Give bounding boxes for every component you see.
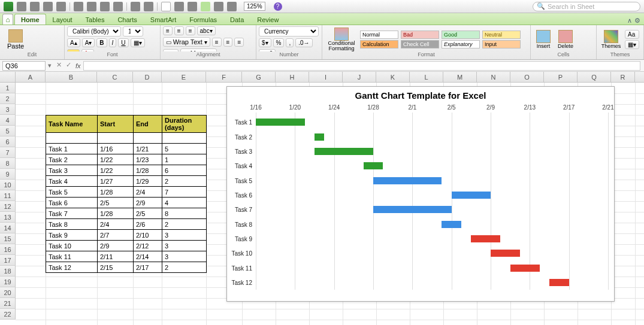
row-header-4[interactable]: 4 — [0, 115, 16, 126]
cell-style-bad[interactable]: Bad — [401, 31, 439, 39]
cut-icon[interactable] — [74, 2, 83, 11]
table-row[interactable]: Task 11/161/215 — [46, 144, 207, 154]
row-header-3[interactable]: 3 — [0, 104, 16, 115]
row-header-14[interactable]: 14 — [0, 223, 16, 233]
workbook-icon[interactable] — [17, 2, 26, 11]
align-left-button[interactable]: ≡ — [212, 38, 222, 47]
table-cell[interactable]: 1/28 — [134, 165, 162, 176]
table-cell[interactable]: 1/22 — [98, 165, 134, 176]
row-header-17[interactable]: 17 — [0, 255, 16, 266]
currency-button[interactable]: $▾ — [259, 38, 271, 47]
paste-button[interactable]: Paste — [2, 26, 29, 51]
cancel-formula-icon[interactable]: ✕ — [54, 61, 64, 71]
table-cell[interactable]: 2/5 — [98, 198, 134, 208]
table-cell[interactable]: Task 7 — [46, 208, 98, 219]
column-headers[interactable]: ABCDEFGHIJKLMNOPQR — [0, 72, 644, 83]
table-row[interactable]: Task 102/92/123 — [46, 241, 207, 251]
table-row[interactable]: Task 41/271/292 — [46, 176, 207, 187]
table-row[interactable]: Task 31/221/286 — [46, 165, 207, 176]
number-format-select[interactable]: Currency — [259, 26, 319, 37]
col-header-A[interactable]: A — [16, 72, 46, 82]
autosum-icon[interactable] — [161, 2, 171, 11]
table-cell[interactable]: 2/9 — [134, 198, 162, 208]
tab-data[interactable]: Data — [223, 14, 250, 25]
row-header-16[interactable]: 16 — [0, 244, 16, 255]
table-row[interactable]: Task 21/221/231 — [46, 154, 207, 165]
row-header-18[interactable]: 18 — [0, 266, 16, 277]
table-cell[interactable]: 1/27 — [98, 176, 134, 187]
font-size-select[interactable]: 12 — [123, 26, 143, 37]
gantt-bar[interactable] — [373, 206, 452, 213]
insert-cells-button[interactable]: Insert — [533, 26, 554, 51]
tab-smartart[interactable]: SmartArt — [144, 14, 183, 25]
table-cell[interactable]: Task 12 — [46, 262, 98, 273]
table-cell[interactable]: Task 1 — [46, 144, 98, 154]
row-header-19[interactable]: 19 — [0, 277, 16, 287]
table-cell[interactable]: 1/29 — [134, 176, 162, 187]
table-cell[interactable]: Task 5 — [46, 187, 98, 198]
cell-style-check-cell[interactable]: Check Cell — [401, 40, 439, 48]
home-icon-tab[interactable] — [2, 14, 13, 25]
gantt-bar[interactable] — [491, 250, 520, 257]
table-cell[interactable]: Task 6 — [46, 198, 98, 208]
row-header-11[interactable]: 11 — [0, 190, 16, 201]
col-header-K[interactable]: K — [376, 72, 410, 82]
table-cell[interactable]: 2/14 — [134, 251, 162, 262]
col-header-I[interactable]: I — [309, 72, 343, 82]
row-header-21[interactable]: 21 — [0, 298, 16, 309]
table-row[interactable]: Task 112/112/143 — [46, 251, 207, 262]
name-box-dropdown-icon[interactable]: ▾ — [48, 62, 52, 69]
gantt-bar[interactable] — [442, 221, 461, 228]
theme-colors-button[interactable]: ▦▾ — [625, 40, 639, 49]
row-header-12[interactable]: 12 — [0, 201, 16, 212]
task-table[interactable]: Task NameStartEndDuration (days)Task 11/… — [46, 115, 207, 273]
name-box[interactable] — [2, 61, 46, 71]
gantt-bar[interactable] — [373, 177, 442, 184]
table-cell[interactable]: 8 — [162, 208, 207, 219]
bold-button[interactable]: B — [96, 38, 107, 47]
table-cell[interactable]: 2/6 — [134, 219, 162, 230]
formula-input[interactable] — [83, 61, 640, 71]
table-cell[interactable]: 6 — [162, 165, 207, 176]
table-cell[interactable]: 2/11 — [98, 251, 134, 262]
gallery-icon[interactable] — [214, 2, 223, 11]
worksheet[interactable]: ABCDEFGHIJKLMNOPQR 123456789101112131415… — [0, 72, 644, 325]
table-cell[interactable]: 2/12 — [134, 241, 162, 251]
border-button[interactable]: ▦▾ — [131, 38, 145, 47]
col-header-E[interactable]: E — [162, 72, 206, 82]
col-header-B[interactable]: B — [46, 72, 97, 82]
table-cell[interactable]: 1/28 — [98, 208, 134, 219]
toolbox-icon[interactable] — [227, 2, 237, 11]
table-cell[interactable]: 1/16 — [98, 144, 134, 154]
col-header-J[interactable]: J — [343, 72, 376, 82]
gantt-bar[interactable] — [364, 162, 383, 169]
italic-button[interactable]: I — [109, 38, 117, 47]
table-cell[interactable]: 2/9 — [98, 241, 134, 251]
row-header-13[interactable]: 13 — [0, 212, 16, 223]
paste-icon[interactable] — [100, 2, 110, 11]
conditional-formatting-button[interactable]: Conditional Formatting — [325, 26, 358, 51]
row-header-5[interactable]: 5 — [0, 126, 16, 136]
table-cell[interactable]: 2/15 — [98, 262, 134, 273]
ribbon-options-icon[interactable]: ⚙ — [634, 17, 640, 25]
col-header-G[interactable]: G — [242, 72, 276, 82]
redo-icon[interactable] — [144, 2, 153, 11]
help-icon[interactable]: ? — [274, 2, 282, 11]
table-cell[interactable]: 2/7 — [98, 230, 134, 241]
table-cell[interactable]: 2 — [162, 176, 207, 187]
cell-style-explanatory-[interactable]: Explanatory … — [442, 40, 480, 48]
gantt-bar[interactable] — [315, 148, 373, 155]
table-cell[interactable]: 2/4 — [134, 187, 162, 198]
table-cell[interactable]: 2/17 — [134, 262, 162, 273]
cell-style-calculation[interactable]: Calculation — [360, 40, 398, 48]
col-header-D[interactable]: D — [133, 72, 162, 82]
cell-style-input[interactable]: Input — [482, 40, 521, 48]
cell-styles-gallery[interactable]: NormalBadGoodNeutralCalculationCheck Cel… — [360, 31, 522, 48]
theme-fonts-button[interactable]: Aa — [625, 30, 639, 39]
table-cell[interactable]: 2/4 — [98, 219, 134, 230]
table-cell[interactable]: 3 — [162, 230, 207, 241]
shrink-font-button[interactable]: A▾ — [82, 38, 95, 47]
themes-button[interactable]: Themes — [599, 26, 623, 51]
table-cell[interactable]: Task 2 — [46, 154, 98, 165]
copy-icon[interactable] — [87, 2, 96, 11]
